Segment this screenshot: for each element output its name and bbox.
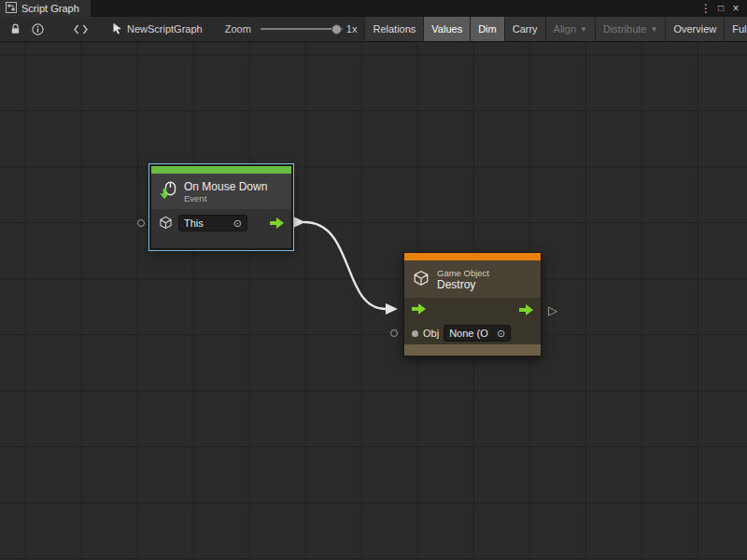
graph-name-label: NewScriptGraph <box>127 23 203 35</box>
distribute-label: Distribute <box>603 23 646 35</box>
destroy-node-body: ▷ Obj None (O ⊙ <box>404 298 541 344</box>
node-title: Destroy <box>437 278 489 291</box>
script-graph-icon <box>6 2 17 15</box>
code-view-icon[interactable] <box>69 20 92 38</box>
gameobject-cube-icon <box>159 216 173 231</box>
script-graph-window: Script Graph ⋮ □ × <box>0 0 747 560</box>
overview-label: Overview <box>673 23 716 35</box>
node-on-mouse-down[interactable]: On Mouse Down Event This ⊙ <box>150 165 292 249</box>
wire-source-arrow-icon <box>293 217 305 228</box>
value-port-dot <box>412 330 418 337</box>
target-object-value: This <box>184 217 204 229</box>
carry-label: Carry <box>513 23 538 35</box>
obj-object-value: None (O <box>449 328 488 339</box>
flow-arrow-icon <box>412 303 426 315</box>
connection-layer <box>0 42 747 560</box>
tab-bar: Script Graph ⋮ □ × <box>0 0 747 17</box>
window-menu-icon[interactable]: ⋮ <box>698 0 713 17</box>
destroy-node-color-strip <box>404 253 541 260</box>
close-icon[interactable]: × <box>728 0 743 17</box>
mouse-event-icon <box>159 181 177 202</box>
fullscreen-button[interactable]: Full Screen <box>724 17 747 41</box>
zoom-value: 1x <box>346 23 358 35</box>
wire-target-arrow-icon <box>386 303 398 315</box>
dim-label: Dim <box>478 23 497 35</box>
flow-arrow-icon <box>519 304 533 315</box>
node-subtitle: Event <box>184 193 267 203</box>
carry-button[interactable]: Carry <box>504 17 545 41</box>
graph-canvas[interactable]: On Mouse Down Event This ⊙ <box>0 42 747 560</box>
distribute-button[interactable]: Distribute ▼ <box>595 17 665 41</box>
flow-exit-triangle-icon: ▷ <box>548 304 557 316</box>
obj-input-port[interactable] <box>390 329 398 337</box>
zoom-slider-knob[interactable] <box>331 24 342 35</box>
chevron-down-icon: ▼ <box>580 25 587 34</box>
node-destroy[interactable]: Game Object Destroy ▷ <box>403 252 542 357</box>
obj-port-label: Obj <box>423 328 439 339</box>
info-icon[interactable] <box>26 20 49 38</box>
gameobject-cube-icon <box>413 270 430 288</box>
relations-label: Relations <box>373 23 416 35</box>
values-label: Values <box>431 23 462 35</box>
toolbar-button-group: Relations Values Dim Carry Align ▼ Distr… <box>364 17 747 41</box>
pointer-icon <box>112 22 122 36</box>
tab-title: Script Graph <box>21 3 79 14</box>
flow-input-port[interactable] <box>412 303 426 316</box>
values-button[interactable]: Values <box>423 17 470 41</box>
event-node-color-strip <box>151 166 291 174</box>
flow-output-port[interactable] <box>270 217 284 229</box>
window-controls: ⋮ □ × <box>698 0 747 17</box>
flow-connection-wire[interactable] <box>304 222 386 309</box>
align-label: Align <box>554 23 576 35</box>
lock-icon[interactable] <box>4 20 26 38</box>
event-node-header[interactable]: On Mouse Down Event <box>151 174 291 209</box>
zoom-slider-track <box>261 28 343 30</box>
chevron-down-icon: ▼ <box>650 25 657 34</box>
graph-toolbar: NewScriptGraph Zoom 1x Relations Values … <box>0 17 747 42</box>
relations-button[interactable]: Relations <box>364 17 423 41</box>
graph-asset[interactable]: NewScriptGraph <box>112 22 203 36</box>
dim-button[interactable]: Dim <box>470 17 504 41</box>
target-object-field[interactable]: This ⊙ <box>178 215 247 231</box>
maximize-icon[interactable]: □ <box>713 0 728 17</box>
target-input-port[interactable] <box>137 219 145 227</box>
flow-arrow-icon <box>270 217 284 229</box>
destroy-node-footer <box>404 344 541 356</box>
node-category: Game Object <box>437 268 489 278</box>
zoom-slider[interactable] <box>259 20 345 38</box>
event-node-body: This ⊙ <box>151 209 291 248</box>
fullscreen-label: Full Screen <box>732 23 747 35</box>
obj-object-field[interactable]: None (O ⊙ <box>444 325 511 342</box>
overview-button[interactable]: Overview <box>665 17 724 41</box>
node-title: On Mouse Down <box>184 180 267 193</box>
zoom-label: Zoom <box>225 23 251 35</box>
flow-output-port[interactable] <box>519 304 533 315</box>
object-picker-icon[interactable]: ⊙ <box>233 218 242 229</box>
align-button[interactable]: Align ▼ <box>545 17 595 41</box>
destroy-node-header[interactable]: Game Object Destroy <box>404 260 541 298</box>
tab-script-graph[interactable]: Script Graph <box>0 0 91 17</box>
object-picker-icon[interactable]: ⊙ <box>497 329 505 339</box>
